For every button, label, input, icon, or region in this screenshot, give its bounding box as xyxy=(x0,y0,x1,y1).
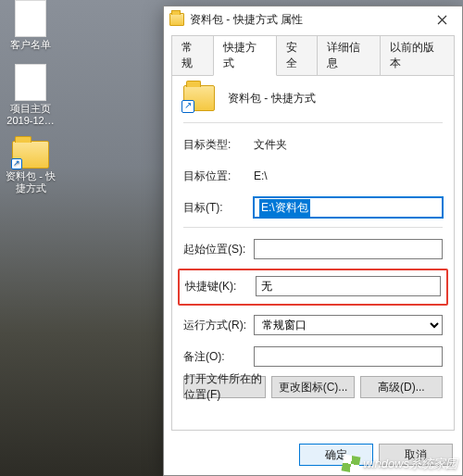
panel-header: 资料包 - 快捷方式 xyxy=(183,85,443,111)
run-select[interactable]: 常规窗口 xyxy=(254,315,443,335)
desktop-icon[interactable]: 资料包 - 快 捷方式 xyxy=(6,141,56,194)
tab-general[interactable]: 常规 xyxy=(171,35,214,76)
shortcut-name: 资料包 - 快捷方式 xyxy=(228,91,316,106)
hotkey-highlight: 快捷键(K): xyxy=(178,269,448,306)
tab-security[interactable]: 安全 xyxy=(276,35,319,76)
titlebar[interactable]: 资料包 - 快捷方式 属性 xyxy=(164,6,462,32)
desktop-icon[interactable]: 项目主页 2019-12… xyxy=(6,64,56,127)
desktop-icon-label: 客户名单 xyxy=(6,39,56,51)
start-in-field[interactable] xyxy=(254,239,443,259)
target-field[interactable]: E:\资料包 xyxy=(254,197,443,218)
divider xyxy=(183,227,443,228)
tab-previous-versions[interactable]: 以前的版本 xyxy=(380,35,455,76)
run-label: 运行方式(R): xyxy=(183,318,254,333)
target-value: E:\资料包 xyxy=(259,199,310,217)
desktop-icon-label: 项目主页 2019-12… xyxy=(6,103,56,127)
file-icon xyxy=(15,64,46,101)
tab-shortcut[interactable]: 快捷方式 xyxy=(213,35,277,76)
target-type-value: 文件夹 xyxy=(254,137,443,153)
desktop-icon-label: 资料包 - 快 捷方式 xyxy=(6,170,56,194)
panel-button-row: 打开文件所在的位置(F) 更改图标(C)... 高级(D)... xyxy=(183,376,443,398)
close-button[interactable] xyxy=(423,8,460,31)
close-icon xyxy=(437,15,447,25)
properties-dialog: 资料包 - 快捷方式 属性 常规 快捷方式 安全 详细信息 以前的版本 资料包 … xyxy=(163,6,463,476)
window-title: 资料包 - 快捷方式 属性 xyxy=(190,12,423,28)
watermark: windows系统家园 xyxy=(343,456,457,472)
tab-details[interactable]: 详细信息 xyxy=(317,35,381,76)
change-icon-button[interactable]: 更改图标(C)... xyxy=(271,376,354,398)
windows-logo-icon xyxy=(343,456,359,472)
open-file-location-button[interactable]: 打开文件所在的位置(F) xyxy=(183,376,266,398)
tab-panel-shortcut: 资料包 - 快捷方式 目标类型: 文件夹 目标位置: E:\ 目标(T): E:… xyxy=(171,75,455,431)
folder-shortcut-icon xyxy=(169,13,184,26)
divider xyxy=(183,122,443,123)
target-location-value: E:\ xyxy=(254,169,443,182)
start-in-label: 起始位置(S): xyxy=(183,242,254,257)
comment-label: 备注(O): xyxy=(183,349,254,365)
desktop-icon[interactable]: 客户名单 xyxy=(6,0,56,51)
target-location-label: 目标位置: xyxy=(183,169,254,184)
tabstrip: 常规 快捷方式 安全 详细信息 以前的版本 xyxy=(164,34,462,75)
folder-shortcut-icon xyxy=(183,85,215,111)
hotkey-label: 快捷键(K): xyxy=(185,279,256,294)
file-icon xyxy=(15,0,46,37)
watermark-text: windows系统家园 xyxy=(363,456,457,472)
comment-field[interactable] xyxy=(254,346,443,367)
hotkey-field[interactable] xyxy=(256,276,441,296)
folder-shortcut-icon xyxy=(12,141,49,169)
target-type-label: 目标类型: xyxy=(183,137,254,153)
advanced-button[interactable]: 高级(D)... xyxy=(360,376,443,398)
target-label: 目标(T): xyxy=(183,200,254,216)
desktop-icons: 客户名单 项目主页 2019-12… 资料包 - 快 捷方式 xyxy=(6,0,61,207)
